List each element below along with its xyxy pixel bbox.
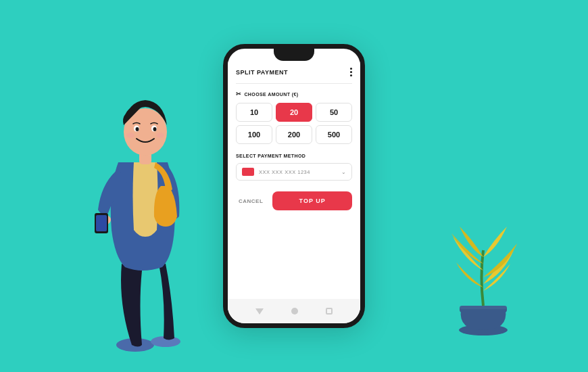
home-nav-icon[interactable] xyxy=(291,308,298,315)
scissors-icon: ✂ xyxy=(236,91,241,97)
payment-method-label: SELECT PAYMENT METHOD xyxy=(236,154,352,158)
screen-title: SPLIT PAYMENT xyxy=(236,69,288,76)
phone-screen: SPLIT PAYMENT ✂ CHOOSE AMOUNT (€) 10 20 … xyxy=(228,61,360,311)
divider xyxy=(236,83,352,84)
phone-mockup: SPLIT PAYMENT ✂ CHOOSE AMOUNT (€) 10 20 … xyxy=(223,44,365,328)
topup-button[interactable]: TOP UP xyxy=(272,191,352,210)
svg-point-12 xyxy=(136,127,139,131)
recents-nav-icon[interactable] xyxy=(326,308,333,315)
more-options-button[interactable] xyxy=(350,68,352,76)
svg-point-14 xyxy=(126,133,134,138)
back-nav-icon[interactable] xyxy=(255,308,264,315)
person-illustration xyxy=(54,14,230,358)
amount-btn-20[interactable]: 20 xyxy=(276,103,312,122)
amount-grid: 10 20 50 100 200 500 xyxy=(236,103,352,144)
svg-rect-7 xyxy=(96,215,107,231)
chevron-down-icon: ⌄ xyxy=(341,169,346,175)
svg-point-15 xyxy=(156,133,164,138)
plant-illustration xyxy=(439,196,527,345)
amount-btn-10[interactable]: 10 xyxy=(236,103,272,122)
action-buttons: CANCEL TOP UP xyxy=(236,191,352,210)
payment-method-dropdown[interactable]: XXX XXX XXX 1234 ⌄ xyxy=(236,163,352,181)
phone-bottom-nav xyxy=(228,299,360,323)
amount-btn-100[interactable]: 100 xyxy=(236,125,272,144)
choose-amount-section: ✂ CHOOSE AMOUNT (€) xyxy=(236,91,352,97)
amount-btn-200[interactable]: 200 xyxy=(276,125,312,144)
cancel-button[interactable]: CANCEL xyxy=(236,195,266,208)
svg-point-13 xyxy=(153,127,157,131)
amount-btn-50[interactable]: 50 xyxy=(316,103,352,122)
svg-rect-2 xyxy=(460,306,507,309)
card-color-indicator xyxy=(242,168,254,176)
choose-amount-label: CHOOSE AMOUNT (€) xyxy=(244,92,298,97)
phone-notch xyxy=(274,49,314,61)
phone-header: SPLIT PAYMENT xyxy=(236,65,352,76)
card-number: XXX XXX XXX 1234 xyxy=(259,169,341,175)
amount-btn-500[interactable]: 500 xyxy=(316,125,352,144)
